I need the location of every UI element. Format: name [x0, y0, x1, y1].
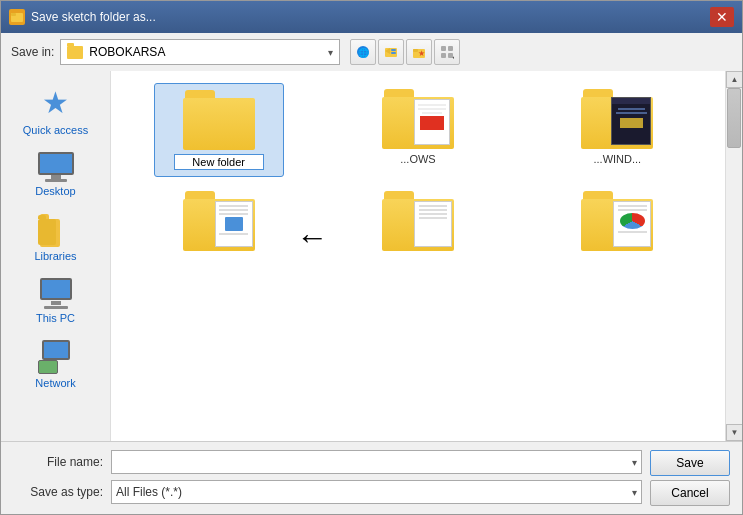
svg-text:★: ★	[418, 49, 425, 58]
toolbar-buttons: 🌐 ★	[350, 39, 460, 65]
save-button[interactable]: Save	[650, 450, 730, 476]
folder-icon-2	[382, 89, 454, 149]
forward-button[interactable]	[378, 39, 404, 65]
title-bar: Save sketch folder as... ✕	[1, 1, 742, 33]
filename-input[interactable]	[116, 455, 632, 469]
file-browser-content: ...OWS	[111, 71, 742, 441]
filetype-value: All Files (*.*)	[116, 485, 182, 499]
filename-label: File name:	[13, 455, 103, 469]
filetype-label: Save as type:	[13, 485, 103, 499]
desktop-icon	[38, 152, 74, 182]
folder-icon-5	[382, 191, 454, 251]
file-label-2: ...OWS	[400, 153, 435, 165]
file-item-folder3[interactable]: ...WIND...	[552, 83, 682, 177]
scrollbar-up-button[interactable]: ▲	[726, 71, 742, 88]
file-item-folder4[interactable]	[154, 185, 284, 261]
folder-icon-4	[183, 191, 255, 251]
view-button[interactable]	[434, 39, 460, 65]
file-item-folder5[interactable]	[353, 185, 483, 261]
sidebar-item-label-this-pc: This PC	[36, 312, 75, 324]
bottom-rows: File name: ▾ Save as type: All Files (*.…	[13, 450, 730, 506]
filename-row-with-buttons: File name: ▾ Save as type: All Files (*.…	[13, 450, 730, 506]
save-in-label: Save in:	[11, 45, 54, 59]
cancel-button[interactable]: Cancel	[650, 480, 730, 506]
dialog-title: Save sketch folder as...	[31, 10, 710, 24]
action-buttons: Save Cancel	[650, 450, 730, 506]
folder-icon-new	[183, 90, 255, 150]
toolbar: Save in: ROBOKARSA ▾ 🌐	[1, 33, 742, 71]
bottom-form: File name: ▾ Save as type: All Files (*.…	[1, 441, 742, 514]
file-item-folder2[interactable]: ...OWS	[353, 83, 483, 177]
new-folder-name-input[interactable]	[174, 154, 264, 170]
sidebar-item-this-pc[interactable]: This PC	[11, 272, 101, 330]
quick-access-icon: ★	[38, 85, 74, 121]
svg-rect-10	[441, 46, 446, 51]
back-button[interactable]: 🌐	[350, 39, 376, 65]
filetype-dropdown-arrow: ▾	[632, 487, 637, 498]
dropdown-arrow-icon: ▾	[328, 47, 333, 58]
sidebar-item-desktop[interactable]: Desktop	[11, 146, 101, 203]
svg-text:🌐: 🌐	[358, 47, 370, 59]
this-pc-icon	[40, 278, 72, 309]
svg-rect-11	[448, 46, 453, 51]
filetype-row: Save as type: All Files (*.*) ▾	[13, 480, 642, 504]
sidebar-item-label-libraries: Libraries	[34, 250, 76, 262]
sidebar-item-label-network: Network	[35, 377, 75, 389]
svg-rect-13	[448, 53, 453, 58]
save-in-value: ROBOKARSA	[89, 45, 322, 59]
file-item-new-folder[interactable]	[154, 83, 284, 177]
filetype-select[interactable]: All Files (*.*) ▾	[111, 480, 642, 504]
scrollbar-thumb[interactable]	[727, 88, 741, 148]
sidebar-item-label-desktop: Desktop	[35, 185, 75, 197]
svg-rect-12	[441, 53, 446, 58]
file-browser: ...OWS	[111, 71, 742, 441]
libraries-icon	[38, 213, 74, 247]
sidebar-item-quick-access[interactable]: ★ Quick access	[11, 79, 101, 142]
main-content: ★ Quick access Desktop	[1, 71, 742, 441]
folder-icon-small	[67, 46, 83, 59]
sidebar-item-network[interactable]: Network	[11, 334, 101, 395]
new-folder-button[interactable]: ★	[406, 39, 432, 65]
svg-rect-1	[11, 13, 16, 16]
sidebar-item-libraries[interactable]: Libraries	[11, 207, 101, 268]
svg-rect-5	[391, 49, 396, 51]
scrollbar-down-button[interactable]: ▼	[726, 424, 742, 441]
sidebar: ★ Quick access Desktop	[1, 71, 111, 441]
scrollbar: ▲ ▼	[725, 71, 742, 441]
close-button[interactable]: ✕	[710, 7, 734, 27]
file-item-folder6[interactable]	[552, 185, 682, 261]
network-icon	[38, 340, 74, 374]
save-dialog: Save sketch folder as... ✕ Save in: ROBO…	[0, 0, 743, 515]
app-icon	[9, 9, 25, 25]
files-grid: ...OWS	[111, 71, 725, 441]
file-label-3: ...WIND...	[593, 153, 641, 165]
folder-icon-3	[581, 89, 653, 149]
folder-icon-6	[581, 191, 653, 251]
filename-dropdown-arrow[interactable]: ▾	[632, 457, 637, 468]
form-fields: File name: ▾ Save as type: All Files (*.…	[13, 450, 642, 506]
filename-row: File name: ▾	[13, 450, 642, 474]
filename-input-container: ▾	[111, 450, 642, 474]
scrollbar-track	[726, 88, 742, 424]
svg-rect-6	[391, 52, 396, 54]
save-in-dropdown[interactable]: ROBOKARSA ▾	[60, 39, 340, 65]
sidebar-item-label-quick-access: Quick access	[23, 124, 88, 136]
